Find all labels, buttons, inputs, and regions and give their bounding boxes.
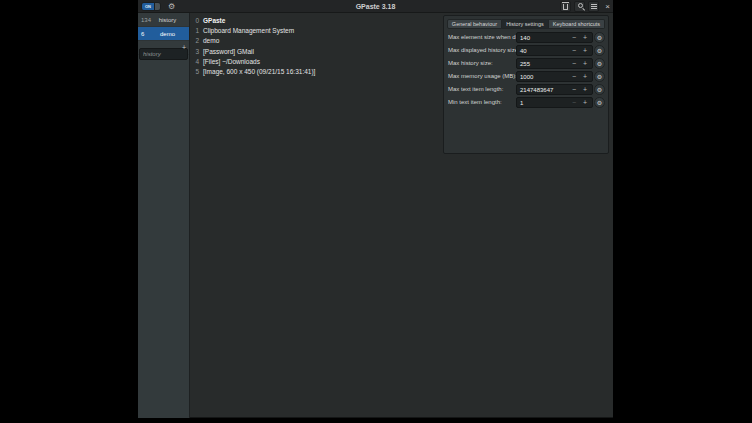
spin-button[interactable]: 255 − + [516,58,593,69]
spin-minus[interactable]: − [569,85,579,94]
setting-label: Max displayed history size: [448,47,520,53]
settings-tabs: General behaviourHistory settingsKeyboar… [444,19,608,29]
history-item-name: history [152,17,189,23]
settings-tab[interactable]: Keyboard shortcuts [549,19,605,29]
empty-history-button[interactable] [560,1,571,12]
gear-icon: ⚙ [168,3,175,11]
spin-button[interactable]: 1 − + [516,97,593,108]
clipboard-item-index: 5 [192,68,199,75]
clipboard-item-text: Clipboard Management System [203,27,294,34]
setting-row: Max element size when displaying: 140 − … [444,31,608,44]
setting-label: Max history size: [448,60,493,66]
clipboard-item-text: [Files] ~/Downloads [203,58,260,65]
clipboard-item-text: [Image, 600 x 450 (09/21/15 16:31:41)] [203,68,315,75]
settings-rows: Max element size when displaying: 140 − … [444,31,608,109]
spin-plus[interactable]: + [580,85,590,94]
new-history-row: + [138,41,189,55]
menu-button[interactable] [588,1,599,12]
setting-row: Max displayed history size: 40 − + ⚙ [444,44,608,57]
reset-button[interactable]: ⚙ [594,58,605,69]
clipboard-item-index: 1 [192,27,199,34]
clipboard-item-index: 0 [192,17,199,24]
spin-minus[interactable]: − [569,33,579,42]
settings-button[interactable]: ⚙ [166,1,177,12]
settings-panel: General behaviourHistory settingsKeyboar… [443,15,609,154]
add-history-icon[interactable]: + [182,45,186,51]
reset-button[interactable]: ⚙ [594,97,605,108]
history-item-name: demo [152,31,189,37]
history-item-count: 134 [138,17,152,23]
spin-minus[interactable]: − [569,98,579,107]
setting-row: Max history size: 255 − + ⚙ [444,57,608,70]
spin-button[interactable]: 1000 − + [516,71,593,82]
switch-on-label: ON [142,3,154,10]
histories-list: 134 history 6 demo [138,13,189,41]
desktop: GPaste 3.18 ON ⚙ × 134 hi [0,0,752,423]
menu-icon [591,4,597,5]
settings-tab[interactable]: General behaviour [447,19,502,29]
spin-plus[interactable]: + [580,98,590,107]
titlebar: GPaste 3.18 ON ⚙ × [138,0,613,13]
clipboard-item-text: [Password] GMail [203,48,254,55]
clipboard-item-index: 4 [192,58,199,65]
spin-value[interactable]: 2147483647 [520,87,553,93]
setting-label: Max text item length: [448,86,503,92]
close-icon: × [605,3,610,11]
new-history-input[interactable] [139,48,188,60]
spin-value[interactable]: 140 [520,35,530,41]
clipboard-item-index: 3 [192,48,199,55]
spin-value[interactable]: 1 [520,100,523,106]
clipboard-item-text: GPaste [203,17,225,24]
setting-row: Min text item length: 1 − + ⚙ [444,96,608,109]
gpaste-window: GPaste 3.18 ON ⚙ × 134 hi [138,0,613,418]
window-title: GPaste 3.18 [138,0,613,13]
settings-tab[interactable]: History settings [502,19,549,29]
spin-minus[interactable]: − [569,72,579,81]
spin-value[interactable]: 255 [520,61,530,67]
setting-label: Min text item length: [448,99,502,105]
history-item-count: 6 [138,31,152,37]
clipboard-item-text: demo [203,37,219,44]
setting-row: Max memory usage (MB): 1000 − + ⚙ [444,70,608,83]
search-icon [578,3,583,8]
trash-icon [563,4,568,10]
setting-label: Max memory usage (MB): [448,73,517,79]
tracking-switch[interactable]: ON [141,2,161,11]
history-list-item[interactable]: 6 demo [138,27,189,41]
histories-sidebar: 134 history 6 demo + [138,13,190,418]
reset-icon: ⚙ [597,48,602,54]
history-list-item[interactable]: 134 history [138,13,189,27]
spin-plus[interactable]: + [580,72,590,81]
reset-button[interactable]: ⚙ [594,45,605,56]
reset-icon: ⚙ [597,100,602,106]
spin-minus[interactable]: − [569,46,579,55]
clipboard-item-index: 2 [192,37,199,44]
spin-button[interactable]: 40 − + [516,45,593,56]
search-button[interactable] [574,1,585,12]
spin-button[interactable]: 140 − + [516,32,593,43]
spin-plus[interactable]: + [580,46,590,55]
reset-button[interactable]: ⚙ [594,71,605,82]
setting-row: Max text item length: 2147483647 − + ⚙ [444,83,608,96]
reset-icon: ⚙ [597,74,602,80]
close-button[interactable]: × [602,1,613,12]
reset-button[interactable]: ⚙ [594,84,605,95]
spin-value[interactable]: 1000 [520,74,533,80]
reset-button[interactable]: ⚙ [594,32,605,43]
switch-knob [154,3,160,10]
reset-icon: ⚙ [597,87,602,93]
spin-minus[interactable]: − [569,59,579,68]
spin-plus[interactable]: + [580,59,590,68]
reset-icon: ⚙ [597,35,602,41]
spin-value[interactable]: 40 [520,48,527,54]
spin-button[interactable]: 2147483647 − + [516,84,593,95]
spin-plus[interactable]: + [580,33,590,42]
reset-icon: ⚙ [597,61,602,67]
